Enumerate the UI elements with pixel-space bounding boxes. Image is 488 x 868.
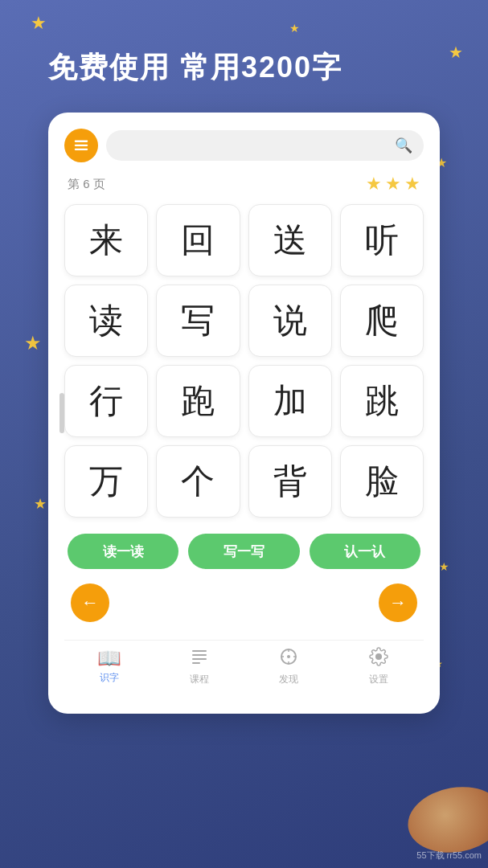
action-buttons: 读一读 写一写 认一认 [64, 534, 424, 569]
tab-course-icon [190, 647, 209, 669]
svg-rect-1 [75, 145, 88, 146]
page-label: 第 6 页 [68, 177, 105, 192]
read-button[interactable]: 读一读 [68, 534, 178, 569]
nav-row: ← → [64, 583, 424, 622]
search-bar: 🔍 [64, 129, 424, 162]
char-行[interactable]: 行 [64, 365, 148, 437]
char-写[interactable]: 写 [156, 285, 240, 357]
prev-button[interactable]: ← [71, 583, 109, 622]
char-脸[interactable]: 脸 [340, 445, 424, 518]
svg-rect-3 [192, 650, 207, 652]
next-icon: → [389, 592, 407, 613]
search-input-wrap[interactable]: 🔍 [106, 130, 424, 161]
tab-course-label: 课程 [190, 673, 209, 686]
char-说[interactable]: 说 [248, 285, 332, 357]
tab-discover-label: 发现 [279, 673, 298, 686]
page-title: 免费使用 常用3200字 [48, 48, 342, 88]
svg-rect-5 [192, 658, 207, 660]
character-grid: 来 回 送 听 读 写 说 爬 行 跑 加 跳 万 个 背 脸 [64, 204, 424, 518]
svg-rect-4 [192, 654, 207, 656]
star-deco-7: ★ [439, 561, 449, 572]
rating-star-3: ★ [404, 174, 420, 194]
scroll-indicator [59, 393, 64, 433]
char-送[interactable]: 送 [248, 204, 332, 276]
recognize-button[interactable]: 认一认 [310, 534, 420, 569]
tab-discover-icon [279, 647, 298, 669]
char-爬[interactable]: 爬 [340, 285, 424, 357]
tab-discover[interactable]: 发现 [265, 647, 313, 686]
star-deco-3: ★ [449, 44, 463, 60]
stars-rating: ★ ★ ★ [366, 174, 420, 194]
next-button[interactable]: → [379, 583, 417, 622]
tab-course[interactable]: 课程 [175, 647, 223, 686]
menu-icon [72, 137, 90, 154]
char-个[interactable]: 个 [156, 445, 240, 518]
main-card: 🔍 第 6 页 ★ ★ ★ 来 回 送 听 读 写 说 爬 行 跑 加 跳 万 … [48, 113, 440, 714]
page-row: 第 6 页 ★ ★ ★ [64, 174, 424, 194]
prev-icon: ← [81, 592, 99, 613]
svg-rect-2 [75, 149, 88, 150]
svg-rect-6 [192, 662, 200, 664]
char-听[interactable]: 听 [340, 204, 424, 276]
tab-literacy[interactable]: 📖 识字 [85, 649, 133, 685]
tab-settings-label: 设置 [369, 673, 388, 686]
char-加[interactable]: 加 [248, 365, 332, 437]
char-跳[interactable]: 跳 [340, 365, 424, 437]
watermark: 55下载 rr55.com [416, 850, 482, 862]
rating-star-2: ★ [385, 174, 401, 194]
char-回[interactable]: 回 [156, 204, 240, 276]
star-deco-2: ★ [289, 23, 300, 34]
write-button[interactable]: 写一写 [188, 534, 299, 569]
star-deco-1: ★ [31, 14, 47, 32]
tab-settings[interactable]: 设置 [355, 647, 403, 686]
svg-point-8 [287, 655, 290, 658]
tab-literacy-label: 识字 [100, 671, 119, 685]
svg-rect-0 [75, 141, 88, 142]
tab-settings-icon [369, 647, 388, 669]
char-背[interactable]: 背 [248, 445, 332, 518]
menu-icon-button[interactable] [64, 129, 98, 162]
char-读[interactable]: 读 [64, 285, 148, 357]
tab-literacy-icon: 📖 [97, 649, 121, 668]
char-来[interactable]: 来 [64, 204, 148, 276]
char-跑[interactable]: 跑 [156, 365, 240, 437]
star-deco-6: ★ [34, 497, 47, 511]
star-deco-5: ★ [24, 334, 42, 353]
search-icon: 🔍 [395, 137, 412, 154]
rating-star-1: ★ [366, 174, 382, 194]
char-万[interactable]: 万 [64, 445, 148, 518]
tab-bar: 📖 识字 课程 [64, 640, 424, 690]
